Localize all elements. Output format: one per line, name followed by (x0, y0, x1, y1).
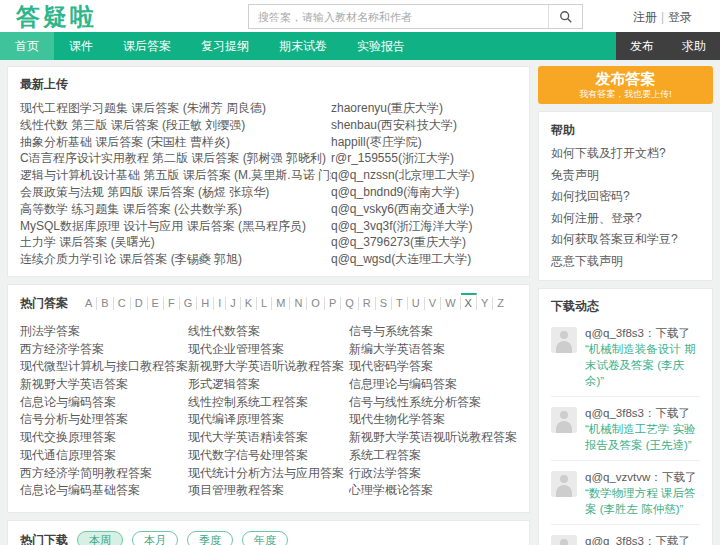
nav-item[interactable]: 课后答案 (108, 32, 186, 60)
help-link[interactable]: 恶意下载声明 (551, 251, 700, 273)
letter-link[interactable]: L (257, 297, 272, 310)
main-nav: 首页课件课后答案复习提纲期末试卷实验报告 发布求助 (0, 32, 720, 60)
upload-title-link[interactable]: 高等数学 练习题集 课后答案 (公共数学系) (20, 201, 331, 218)
letter-link[interactable]: H (197, 297, 214, 310)
hot-answer-link[interactable]: 行政法学答案 (349, 465, 517, 483)
letter-link[interactable]: K (241, 297, 257, 310)
hot-answer-link[interactable]: 线性控制系统工程答案 (188, 394, 349, 412)
period-tab[interactable]: 年度 (242, 531, 288, 545)
hot-answer-link[interactable]: 现代编译原理答案 (188, 411, 349, 429)
nav-action-button[interactable]: 发布 (616, 32, 668, 60)
upload-title-link[interactable]: 会展政策与法规 第四版 课后答案 (杨煜 张琼华) (20, 184, 331, 201)
feed-doc-link[interactable]: “机械制造工艺学 实验报告及答案 (王先逵)” (585, 423, 696, 451)
upload-title-link[interactable]: 土力学 课后答案 (吴曙光) (20, 234, 331, 251)
upload-title-link[interactable]: 逻辑与计算机设计基础 第五版 课后答案 (M.莫里斯.马诺 门继顺) (20, 167, 331, 184)
search-input[interactable] (249, 5, 548, 28)
hot-answer-link[interactable]: 心理学概论答案 (349, 482, 517, 500)
letter-link[interactable]: X (461, 293, 477, 310)
hot-answer-link[interactable]: 线性代数答案 (188, 323, 349, 341)
hot-downloads-header: 热门下载 本周本月季度年度 (20, 531, 517, 545)
letter-link[interactable]: U (408, 297, 425, 310)
help-link[interactable]: 如何注册、登录? (551, 208, 700, 230)
letter-link[interactable]: F (164, 297, 180, 310)
letter-link[interactable]: J (226, 297, 241, 310)
nav-item[interactable]: 首页 (0, 32, 54, 60)
nav-item[interactable]: 实验报告 (342, 32, 420, 60)
help-title: 帮助 (551, 122, 700, 139)
letter-link[interactable]: Q (341, 297, 359, 310)
hot-answer-link[interactable]: 新编大学英语答案 (349, 341, 517, 359)
letter-link[interactable]: D (131, 297, 148, 310)
site-logo[interactable]: 答疑啦 (16, 1, 97, 33)
letter-link[interactable]: R (359, 297, 376, 310)
hot-answer-link[interactable]: 现代统计分析方法与应用答案 (188, 465, 349, 483)
hot-answer-link[interactable]: 信息理论与编码答案 (349, 376, 517, 394)
hot-answer-link[interactable]: 现代大学英语精读答案 (188, 429, 349, 447)
help-link[interactable]: 如何下载及打开文档? (551, 143, 700, 165)
nav-item[interactable]: 期末试卷 (264, 32, 342, 60)
letter-link[interactable]: S (376, 297, 392, 310)
letter-link[interactable]: V (425, 297, 441, 310)
login-link[interactable]: 登录 (668, 10, 692, 24)
nav-item[interactable]: 复习提纲 (186, 32, 264, 60)
letter-link[interactable]: M (272, 297, 290, 310)
hot-answer-link[interactable]: 新视野大学英语答案 (20, 376, 188, 394)
letter-link[interactable]: Y (477, 297, 493, 310)
hot-answer-link[interactable]: 现代微型计算机与接口教程答案 (20, 358, 188, 376)
period-tab[interactable]: 本月 (132, 531, 178, 545)
upload-title-link[interactable]: 抽象分析基础 课后答案 (宋国柱 曹样炎) (20, 134, 331, 151)
hot-answer-link[interactable]: 信息论与编码基础答案 (20, 482, 188, 500)
letter-link[interactable]: G (180, 297, 198, 310)
help-link[interactable]: 免责声明 (551, 165, 700, 187)
period-tab[interactable]: 季度 (187, 531, 233, 545)
letter-link[interactable]: W (441, 297, 460, 310)
hot-answer-link[interactable]: 现代密码学答案 (349, 358, 517, 376)
letter-link[interactable]: I (214, 297, 226, 310)
register-link[interactable]: 注册 (633, 10, 657, 24)
hot-answer-link[interactable]: 信息论与编码答案 (20, 394, 188, 412)
letter-link[interactable]: O (307, 297, 325, 310)
letter-link[interactable]: A (81, 297, 97, 310)
hot-answer-link[interactable]: 现代交换原理答案 (20, 429, 188, 447)
letter-link[interactable]: Z (493, 297, 508, 310)
hot-answer-link[interactable]: 现代通信原理答案 (20, 447, 188, 465)
period-tab[interactable]: 本周 (77, 531, 123, 545)
nav-item[interactable]: 课件 (54, 32, 108, 60)
hot-answer-link[interactable]: 项目管理教程答案 (188, 482, 349, 500)
hot-answer-link[interactable]: 现代数字信号处理答案 (188, 447, 349, 465)
hot-answer-link[interactable]: 形式逻辑答案 (188, 376, 349, 394)
hot-answer-link[interactable]: 新视野大学英语视听说教程答案 (349, 429, 517, 447)
letter-link[interactable]: E (148, 297, 164, 310)
publish-answer-subtitle: 我有答案，我也要上传! (538, 88, 713, 101)
upload-title-link[interactable]: 连续介质力学引论 课后答案 (李锡夔 郭旭) (20, 251, 331, 268)
feed-doc-link[interactable]: “机械制造装备设计 期末试卷及答案 (李庆余)” (585, 343, 696, 387)
upload-title-link[interactable]: MySQL数据库原理 设计与应用 课后答案 (黑马程序员) (20, 218, 331, 235)
letter-link[interactable]: C (114, 297, 131, 310)
publish-answer-button[interactable]: 发布答案 我有答案，我也要上传! (538, 66, 713, 104)
help-link[interactable]: 如何找回密码? (551, 186, 700, 208)
letter-link[interactable]: N (290, 297, 307, 310)
feed-doc-link[interactable]: “数学物理方程 课后答案 (李胜左 陈仲慈)” (585, 487, 696, 515)
upload-title-link[interactable]: 线性代数 第三版 课后答案 (段正敏 刘缨强) (20, 117, 331, 134)
upload-title-link[interactable]: 现代工程图学习题集 课后答案 (朱洲芳 周良德) (20, 100, 331, 117)
letter-link[interactable]: T (392, 297, 408, 310)
hot-answer-link[interactable]: 西方经济学简明教程答案 (20, 465, 188, 483)
hot-answer-link[interactable]: 现代生物化学答案 (349, 411, 517, 429)
hot-answer-link[interactable]: 信号分析与处理答案 (20, 411, 188, 429)
feed-username: q@q_3f8s3： (585, 407, 656, 419)
search-button[interactable] (548, 5, 582, 28)
help-link[interactable]: 如何获取答案豆和学豆? (551, 229, 700, 251)
letter-link[interactable]: B (97, 297, 113, 310)
letter-link[interactable]: P (325, 297, 341, 310)
hot-answer-link[interactable]: 新视野大学英语听说教程答案 (188, 358, 349, 376)
hot-answer-link[interactable]: 现代企业管理答案 (188, 341, 349, 359)
upload-row: 线性代数 第三版 课后答案 (段正敏 刘缨强) shenbau(西安科技大学) (20, 117, 517, 134)
hot-answer-link[interactable]: 信号与线性系统分析答案 (349, 394, 517, 412)
hot-answer-link[interactable]: 刑法学答案 (20, 323, 188, 341)
nav-action-button[interactable]: 求助 (668, 32, 720, 60)
letter-filter: ABCDEFGHIJKLMNOPQRSTUVWXYZ (81, 297, 508, 310)
hot-answer-link[interactable]: 系统工程答案 (349, 447, 517, 465)
upload-title-link[interactable]: C语言程序设计实用教程 第二版 课后答案 (郭树强 郭晓利) (20, 150, 331, 167)
hot-answer-link[interactable]: 信号与系统答案 (349, 323, 517, 341)
hot-answer-link[interactable]: 西方经济学答案 (20, 341, 188, 359)
